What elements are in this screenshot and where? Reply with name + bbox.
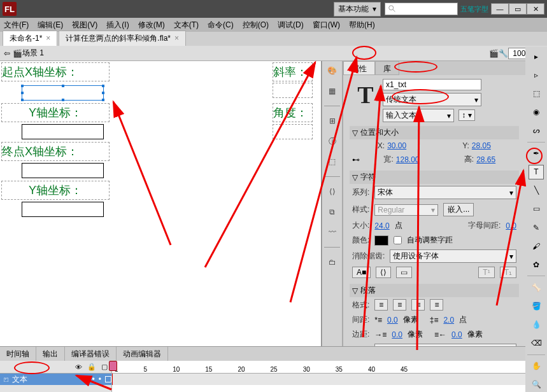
- section-position[interactable]: ▽ 位置和大小: [350, 126, 519, 139]
- layer-outline-swatch[interactable]: [105, 376, 111, 382]
- pen-tool[interactable]: ✒: [529, 146, 544, 161]
- pencil-tool[interactable]: ✎: [529, 220, 544, 235]
- render-html-button[interactable]: ⟨⟩: [376, 267, 391, 278]
- menu-item[interactable]: 调试(D): [278, 20, 304, 31]
- instance-name-input[interactable]: [383, 79, 481, 90]
- brush-tool[interactable]: 🖌: [529, 239, 544, 253]
- right-margin-value[interactable]: 0.0: [451, 330, 462, 339]
- bone-tool[interactable]: 🦴: [529, 280, 544, 295]
- layer-lock-dot[interactable]: •: [99, 375, 101, 384]
- h-value[interactable]: 28.65: [476, 155, 495, 164]
- edit-scene-icon[interactable]: 🎬: [489, 49, 499, 58]
- maximize-button[interactable]: ▭: [509, 3, 527, 15]
- document-tab[interactable]: 计算任意两点的斜率和倾角.fla*×: [59, 31, 186, 46]
- layer-row[interactable]: ⏍ 文本 ✎ • •: [0, 374, 111, 385]
- 3d-rotation-tool[interactable]: ◉: [529, 104, 544, 119]
- x-value[interactable]: 30.00: [387, 141, 406, 150]
- menu-item[interactable]: 控制(O): [243, 20, 269, 31]
- bottom-tab[interactable]: 编译器错误: [65, 347, 117, 361]
- subselection-tool[interactable]: ▹: [529, 67, 544, 82]
- font-family-combo[interactable]: 宋体 ▾: [374, 186, 516, 199]
- playhead[interactable]: [112, 374, 113, 385]
- eyedropper-tool[interactable]: 💧: [529, 318, 544, 332]
- indent-value[interactable]: 0.0: [387, 316, 398, 325]
- border-button[interactable]: ▭: [396, 267, 412, 278]
- bottom-tab[interactable]: 动画编辑器: [117, 347, 168, 361]
- menu-item[interactable]: 修改(M): [138, 20, 165, 31]
- project-icon[interactable]: 🗀: [325, 255, 339, 269]
- close-button[interactable]: ✕: [527, 3, 544, 15]
- align-right-button[interactable]: ≡: [411, 299, 425, 311]
- auto-kern-checkbox[interactable]: [394, 236, 402, 244]
- align-center-button[interactable]: ≡: [393, 299, 406, 311]
- components-icon[interactable]: ⧉: [325, 205, 339, 219]
- color-icon[interactable]: 🎨: [325, 64, 339, 78]
- menu-item[interactable]: 视图(V): [72, 20, 97, 31]
- bottom-tab[interactable]: 时间轴: [0, 347, 36, 361]
- zoom-tool[interactable]: 🔍: [529, 377, 544, 392]
- code-snippets-icon[interactable]: ⟨⟩: [325, 185, 339, 199]
- free-transform-tool[interactable]: ⬚: [529, 86, 544, 101]
- hand-tool[interactable]: ✋: [529, 359, 544, 374]
- menu-item[interactable]: 帮助(H): [349, 20, 375, 31]
- tab-library[interactable]: 库: [375, 61, 399, 75]
- letter-value[interactable]: 0.0: [506, 221, 516, 230]
- minimize-button[interactable]: —: [491, 3, 509, 15]
- lock-aspect-icon[interactable]: ⊷: [352, 155, 360, 164]
- search-input[interactable]: [385, 3, 458, 15]
- section-character[interactable]: ▽ 字符: [350, 171, 519, 184]
- y-value[interactable]: 28.05: [472, 141, 491, 150]
- paint-bucket-tool[interactable]: 🪣: [529, 298, 544, 313]
- w-value[interactable]: 128.00: [396, 155, 420, 164]
- menu-item[interactable]: 插入(I): [106, 20, 129, 31]
- tab-properties[interactable]: 属性: [343, 61, 375, 75]
- deco-tool[interactable]: ✿: [529, 257, 544, 272]
- orientation-combo[interactable]: ↕▾: [458, 109, 475, 121]
- embed-button[interactable]: 嵌入...: [443, 203, 474, 216]
- lasso-tool[interactable]: ᔕ: [529, 123, 544, 137]
- eraser-tool[interactable]: ⌫: [529, 336, 544, 351]
- eye-column-icon[interactable]: 👁: [75, 363, 82, 371]
- menu-item[interactable]: 命令(C): [208, 20, 234, 31]
- close-icon[interactable]: ×: [46, 34, 50, 43]
- antialias-combo[interactable]: 使用设备字体 ▾: [390, 249, 516, 263]
- info-icon[interactable]: ⓘ: [325, 134, 339, 148]
- close-icon[interactable]: ×: [174, 34, 179, 43]
- transform-icon[interactable]: ⬚: [325, 155, 339, 169]
- document-tab[interactable]: 未命名-1*×: [3, 31, 57, 46]
- text-engine-combo[interactable]: 传统文本 ▾: [383, 93, 481, 106]
- motion-icon[interactable]: 〰: [325, 225, 339, 239]
- input-y1[interactable]: [22, 124, 104, 139]
- selection-tool[interactable]: ▸: [529, 49, 544, 64]
- left-margin-value[interactable]: 0.0: [392, 330, 402, 339]
- align-left-button[interactable]: ≡: [374, 299, 388, 311]
- frame-track[interactable]: [112, 374, 547, 385]
- input-endx[interactable]: [22, 163, 104, 178]
- stage[interactable]: 起点X轴坐标： Y轴坐标： 终点X轴坐标： Y轴坐标：: [0, 61, 321, 346]
- outline-column-icon[interactable]: ▢: [101, 363, 108, 371]
- layer-visible-dot[interactable]: •: [92, 375, 95, 384]
- lock-column-icon[interactable]: 🔒: [87, 363, 96, 371]
- line-spacing-value[interactable]: 2.0: [443, 316, 454, 325]
- color-swatch[interactable]: [374, 235, 388, 246]
- align-justify-button[interactable]: ≡: [430, 299, 443, 311]
- text-type-combo[interactable]: 输入文本 ▾: [383, 109, 454, 122]
- menu-item[interactable]: 文件(F): [4, 20, 29, 31]
- menu-item[interactable]: 编辑(E): [38, 20, 63, 31]
- input-y2[interactable]: [22, 202, 104, 217]
- text-tool[interactable]: T: [529, 165, 544, 179]
- rectangle-tool[interactable]: ▭: [529, 202, 544, 216]
- line-tool[interactable]: ╲: [529, 183, 544, 198]
- scene-back-icon[interactable]: ⇦: [4, 49, 10, 58]
- bottom-tab[interactable]: 输出: [36, 347, 65, 361]
- selected-text-field[interactable]: [22, 85, 104, 101]
- section-paragraph[interactable]: ▽ 段落: [350, 284, 519, 297]
- selectable-button[interactable]: A■: [352, 267, 371, 278]
- edit-symbol-icon[interactable]: 🔧: [499, 49, 508, 58]
- workspace-switcher[interactable]: 基本功能 ▾: [334, 2, 381, 17]
- align-icon[interactable]: ⊞: [325, 114, 339, 128]
- menu-item[interactable]: 文本(T): [174, 20, 199, 31]
- size-value[interactable]: 24.0: [374, 221, 389, 230]
- behavior-combo[interactable]: 单行 ▾: [374, 344, 516, 346]
- swatches-icon[interactable]: ▦: [325, 84, 339, 98]
